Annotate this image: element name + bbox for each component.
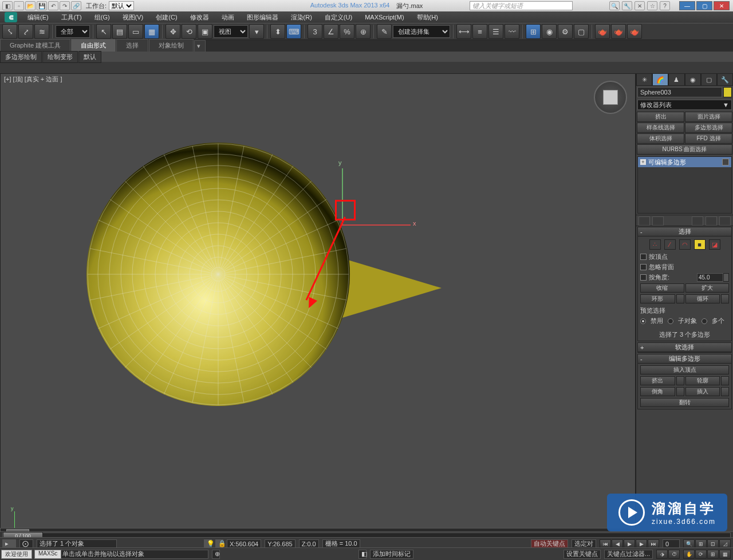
outline-settings-icon[interactable]: [721, 376, 729, 385]
menu-edit[interactable]: 编辑(E): [25, 13, 51, 22]
ref-coord-dropdown[interactable]: 视图: [214, 25, 248, 38]
stack-unique-icon[interactable]: [692, 216, 703, 226]
stack-show-icon[interactable]: [652, 216, 664, 226]
rollout-soft-header[interactable]: +软选择: [638, 343, 731, 352]
spinner-snap-icon[interactable]: ⊕: [356, 24, 371, 39]
btn-shrink[interactable]: 收缩: [640, 283, 684, 293]
link-icon[interactable]: 🔗: [71, 1, 81, 10]
align-icon[interactable]: ≡: [472, 24, 487, 39]
add-time-tag[interactable]: 添加时间标记: [370, 550, 413, 559]
bevel-settings-icon[interactable]: [676, 387, 684, 396]
modifier-list-dropdown[interactable]: 修改器列表▼: [637, 100, 732, 110]
tab-utilities-icon[interactable]: 🔧: [717, 73, 733, 86]
mirror-icon[interactable]: ⟷: [456, 24, 471, 39]
rendered-frame-icon[interactable]: ▢: [574, 24, 589, 39]
render-production-icon[interactable]: 🫖: [595, 24, 610, 39]
render-iterative-icon[interactable]: 🫖: [611, 24, 626, 39]
nav-maximize-icon[interactable]: ⊞: [707, 550, 719, 559]
ribbon-sub-paintdeform[interactable]: 绘制变形: [42, 51, 78, 63]
window-crossing-icon[interactable]: ▦: [144, 24, 159, 39]
selection-filter-dropdown[interactable]: 全部: [56, 25, 90, 38]
scale-icon[interactable]: ▣: [198, 24, 212, 39]
btn-insert-vertex[interactable]: 插入顶点: [640, 365, 729, 374]
select-region-icon[interactable]: ▭: [128, 24, 143, 39]
angle-field[interactable]: [697, 273, 723, 282]
unlink-icon[interactable]: ⤤: [18, 24, 33, 39]
maximize-button[interactable]: ▢: [696, 1, 712, 10]
angle-spinner[interactable]: [723, 273, 729, 282]
undo-icon[interactable]: ↶: [48, 1, 58, 10]
tab-motion-icon[interactable]: ◉: [685, 73, 701, 86]
edit-named-sel-icon[interactable]: ✎: [377, 24, 392, 39]
ribbon-tab-freeform[interactable]: 自由形式: [71, 39, 116, 52]
chk-by-angle[interactable]: [640, 274, 647, 281]
rotate-icon[interactable]: ⟲: [182, 24, 196, 39]
loop-spinner[interactable]: [721, 294, 729, 303]
time-config-icon[interactable]: ⏱: [668, 550, 680, 559]
mod-btn-nurbs[interactable]: NURBS 曲面选择: [637, 144, 732, 155]
chk-by-vertex[interactable]: [640, 254, 647, 260]
ribbon-expand-icon[interactable]: ▾: [194, 40, 206, 52]
use-pivot-icon[interactable]: ▾: [249, 24, 264, 39]
so-edge-icon[interactable]: ∕: [664, 239, 676, 250]
ribbon-tab-graphite[interactable]: Graphite 建模工具: [0, 39, 70, 52]
mod-btn-patchselect[interactable]: 面片选择: [685, 112, 732, 122]
radio-multi[interactable]: [702, 318, 707, 324]
mod-btn-ffdselect[interactable]: FFD 选择: [685, 133, 732, 144]
snap-3d-icon[interactable]: 3: [308, 24, 322, 39]
select-manipulate-icon[interactable]: ⬍: [270, 24, 285, 39]
search-icon[interactable]: 🔍: [609, 1, 620, 10]
ribbon-sub-defaults[interactable]: 默认: [78, 51, 101, 63]
extrude-settings-icon[interactable]: [676, 376, 684, 385]
object-color-swatch[interactable]: [723, 87, 732, 97]
viewport[interactable]: [+] [顶] [真实 + 边面 ]: [0, 73, 636, 535]
menu-rendering[interactable]: 渲染(R): [289, 13, 314, 22]
so-vertex-icon[interactable]: ∴: [649, 239, 661, 250]
chk-ignore-back[interactable]: [640, 264, 647, 270]
open-icon[interactable]: 📂: [25, 1, 36, 10]
so-element-icon[interactable]: ◪: [709, 239, 720, 250]
tab-create-icon[interactable]: ✳: [636, 73, 652, 86]
material-editor-icon[interactable]: ◉: [542, 24, 557, 39]
ring-spinner[interactable]: [676, 294, 684, 303]
abs-rel-icon[interactable]: ⊕: [212, 550, 220, 559]
stack-remove-icon[interactable]: [706, 216, 717, 226]
maxscript-tab[interactable]: MAXSc: [34, 550, 61, 559]
btn-loop[interactable]: 循环: [685, 294, 720, 303]
menu-animation[interactable]: 动画: [219, 13, 237, 22]
radio-subobj[interactable]: [668, 318, 673, 324]
stack-pin-icon[interactable]: [639, 216, 650, 226]
angle-snap-icon[interactable]: ∠: [324, 24, 338, 39]
menu-tools[interactable]: 工具(T): [59, 13, 84, 22]
app-menu-icon[interactable]: ◧: [2, 1, 13, 10]
menu-group[interactable]: 组(G): [92, 13, 112, 22]
select-link-icon[interactable]: ⤥: [2, 24, 17, 39]
btn-ring[interactable]: 环形: [640, 294, 675, 303]
stack-expand-icon[interactable]: +: [640, 159, 646, 165]
btn-inset[interactable]: 插入: [685, 387, 720, 396]
redo-icon[interactable]: ↷: [60, 1, 70, 10]
setkey-button[interactable]: 设置关键点: [563, 550, 601, 559]
select-by-name-icon[interactable]: ▤: [112, 24, 127, 39]
object-name-field[interactable]: [637, 87, 722, 97]
btn-flip[interactable]: 翻转: [640, 398, 729, 407]
mod-btn-extrude[interactable]: 挤出: [637, 112, 684, 122]
menu-create[interactable]: 创建(C): [153, 13, 179, 22]
stack-item-editable-poly[interactable]: + 可编辑多边形: [638, 157, 731, 167]
percent-snap-icon[interactable]: %: [340, 24, 354, 39]
time-tag-icon[interactable]: ◧: [358, 550, 366, 559]
app-logo-icon[interactable]: ⋐: [5, 12, 17, 22]
menu-views[interactable]: 视图(V): [120, 13, 146, 22]
menu-maxscript[interactable]: MAXScript(M): [362, 14, 406, 21]
menu-help[interactable]: 帮助(H): [415, 13, 440, 22]
subscription-icon[interactable]: 🔧: [622, 1, 632, 10]
menu-grapheditors[interactable]: 图形编辑器: [245, 13, 281, 22]
help-icon[interactable]: ?: [660, 1, 670, 10]
favorite-icon[interactable]: ☆: [647, 1, 657, 10]
rollout-edit-header[interactable]: -编辑多边形: [638, 354, 731, 364]
schematic-view-icon[interactable]: ⊞: [526, 24, 541, 39]
btn-bevel[interactable]: 倒角: [640, 387, 675, 396]
ribbon-sub-polydraw[interactable]: 多边形绘制: [0, 51, 42, 63]
viewcube[interactable]: [594, 81, 627, 114]
move-icon[interactable]: ✥: [165, 24, 180, 39]
